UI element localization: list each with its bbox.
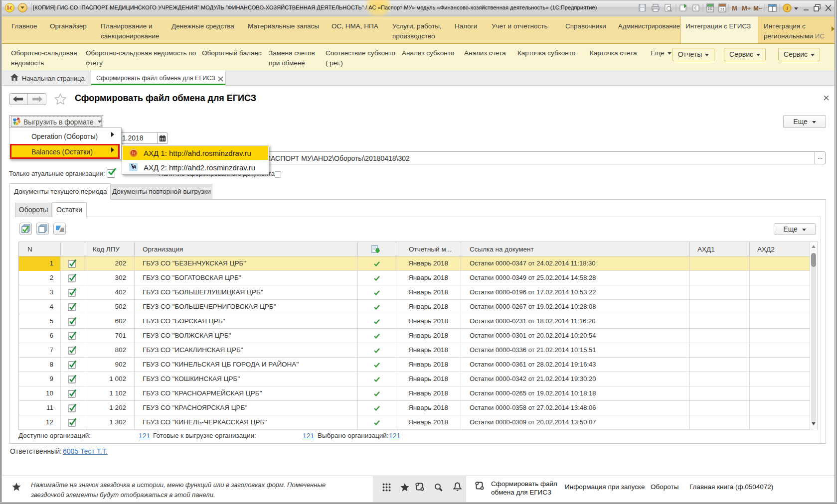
- svg-text:M+: M+: [742, 4, 751, 12]
- svg-text:1с: 1с: [132, 150, 136, 155]
- svg-text:31: 31: [720, 7, 725, 11]
- svg-text:M−: M−: [753, 4, 763, 12]
- svg-text:M: M: [732, 4, 737, 12]
